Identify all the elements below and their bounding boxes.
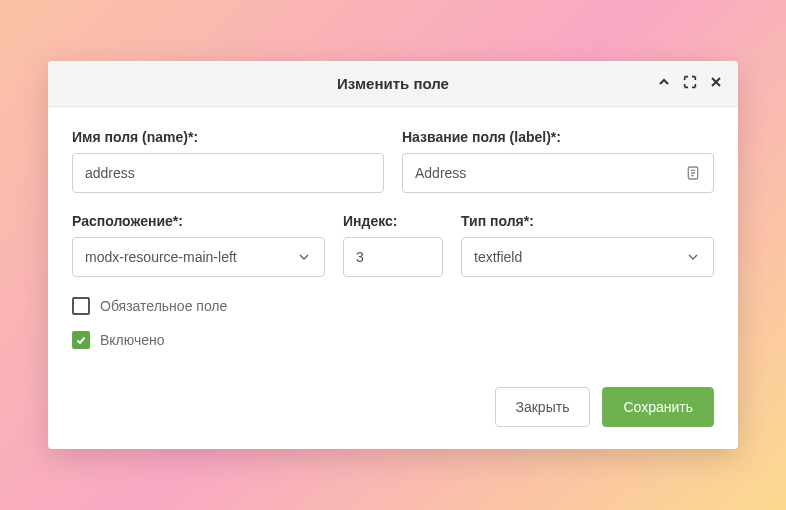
chevron-down-icon — [296, 249, 312, 265]
type-value: textfield — [474, 249, 522, 265]
expand-icon[interactable] — [682, 74, 698, 94]
modal-footer: Закрыть Сохранить — [48, 373, 738, 449]
index-input[interactable] — [343, 237, 443, 277]
edit-field-modal: Изменить поле Имя поля (name)*: Название… — [48, 61, 738, 449]
name-label: Имя поля (name)*: — [72, 129, 384, 145]
label-label: Название поля (label)*: — [402, 129, 714, 145]
collapse-icon[interactable] — [656, 74, 672, 94]
index-input-field[interactable] — [356, 249, 430, 265]
required-checkbox-label: Обязательное поле — [100, 298, 227, 314]
label-suggestion-icon[interactable] — [685, 165, 701, 181]
close-icon[interactable] — [708, 74, 724, 94]
type-select[interactable]: textfield — [461, 237, 714, 277]
modal-header: Изменить поле — [48, 61, 738, 107]
save-button[interactable]: Сохранить — [602, 387, 714, 427]
name-input-field[interactable] — [85, 165, 371, 181]
label-input[interactable] — [402, 153, 714, 193]
modal-body: Имя поля (name)*: Название поля (label)*… — [48, 107, 738, 373]
location-select[interactable]: modx-resource-main-left — [72, 237, 325, 277]
location-value: modx-resource-main-left — [85, 249, 237, 265]
index-label: Индекс: — [343, 213, 443, 229]
enabled-checkbox-row[interactable]: Включено — [72, 331, 714, 349]
location-label: Расположение*: — [72, 213, 325, 229]
label-input-field[interactable] — [415, 165, 677, 181]
close-button[interactable]: Закрыть — [495, 387, 591, 427]
modal-header-actions — [656, 74, 724, 94]
modal-title: Изменить поле — [337, 75, 449, 92]
required-checkbox[interactable] — [72, 297, 90, 315]
type-label: Тип поля*: — [461, 213, 714, 229]
name-input[interactable] — [72, 153, 384, 193]
required-checkbox-row[interactable]: Обязательное поле — [72, 297, 714, 315]
enabled-checkbox[interactable] — [72, 331, 90, 349]
enabled-checkbox-label: Включено — [100, 332, 165, 348]
chevron-down-icon — [685, 249, 701, 265]
